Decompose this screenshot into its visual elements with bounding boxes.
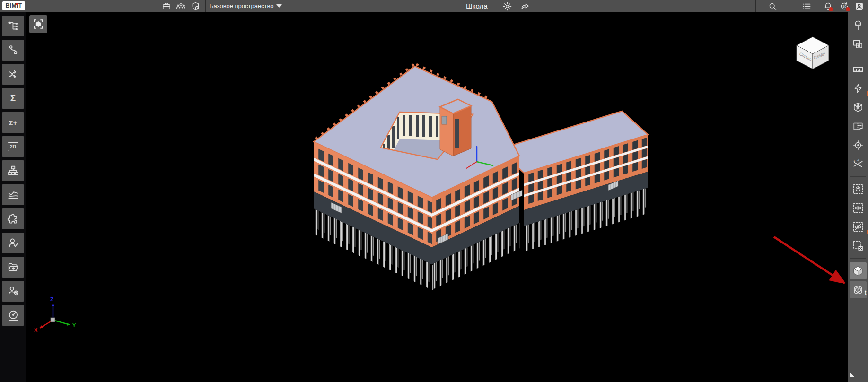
select-region-button[interactable]: [29, 15, 47, 33]
axis-x-label: X: [34, 327, 38, 333]
stair-tower: [440, 99, 471, 156]
right-toolbar: 1 2: [848, 12, 868, 382]
model-tree-button[interactable]: [2, 16, 24, 36]
settings-gear-icon[interactable]: [501, 0, 513, 12]
app-logo-text: BiMiT: [5, 2, 22, 9]
dashboard-gauge-button[interactable]: [2, 305, 24, 326]
user-approve-button[interactable]: [2, 233, 24, 253]
select-region-icon: [32, 18, 44, 30]
sum-button[interactable]: Σ: [2, 88, 24, 109]
bimit-app: { "top_bar": { "logo": "BiMiT", "workspa…: [0, 0, 868, 382]
analytics-trends-button[interactable]: [2, 184, 24, 205]
toolbar-separator: [850, 57, 866, 57]
logo-accent-dot: [16, 3, 18, 5]
axis-label-2: 2: [857, 158, 859, 161]
left-toolbar: Σ Σ+ 2D: [0, 12, 26, 382]
tooltip-fragment: t: [865, 289, 866, 296]
hierarchy-button[interactable]: [2, 160, 24, 181]
history-badge: [846, 7, 850, 11]
building-model[interactable]: [314, 64, 649, 294]
folder-import-button[interactable]: [2, 257, 24, 278]
orbit-mode-button[interactable]: [850, 281, 867, 298]
section-cube-button[interactable]: [850, 99, 867, 116]
top-bar: BiMiT Базовое пространство Школа 10: [0, 0, 868, 12]
relations-branch-button[interactable]: [2, 40, 24, 61]
top-bar-separator-right: [755, 0, 756, 12]
show-eye-button[interactable]: [850, 200, 867, 217]
project-title: Школа: [466, 0, 488, 12]
account-avatar-icon[interactable]: [853, 0, 865, 12]
axes-grid-button[interactable]: 1 2: [850, 156, 867, 173]
structure-tree-button[interactable]: [850, 17, 867, 34]
view-cube-button[interactable]: [850, 262, 867, 279]
history-refresh-icon[interactable]: 10: [839, 0, 850, 12]
toolbar-separator: [850, 176, 866, 177]
viewport-3d[interactable]: Справа Сзади Z X Y: [0, 0, 868, 382]
hide-eye-button[interactable]: [850, 218, 867, 235]
share-icon[interactable]: [519, 0, 531, 12]
user-location-button[interactable]: [2, 281, 24, 302]
plugins-puzzle-button[interactable]: [2, 208, 24, 229]
measure-ruler-button[interactable]: [850, 61, 867, 78]
annotation-arrow: [774, 237, 845, 283]
toolbar-separator: [850, 258, 866, 259]
sigma-plus-glyph: Σ+: [9, 119, 18, 127]
resize-handle[interactable]: [850, 372, 855, 377]
clear-selection-button[interactable]: [850, 237, 867, 254]
workspace-dropdown-label[interactable]: Базовое пространство: [210, 0, 274, 12]
chevron-down-icon[interactable]: [276, 4, 282, 8]
floor-plan-button[interactable]: [850, 118, 867, 135]
focus-target-button[interactable]: [850, 137, 867, 154]
history-count: 10: [842, 5, 846, 8]
shuffle-button[interactable]: [2, 64, 24, 85]
select-object-button[interactable]: [850, 36, 867, 53]
sigma-glyph: Σ: [10, 93, 16, 104]
axis-label-1: 1: [853, 159, 855, 162]
notifications-bell-icon[interactable]: [822, 0, 833, 12]
app-logo[interactable]: BiMiT: [2, 1, 25, 10]
top-bar-separator: [205, 0, 206, 12]
view-2d-button[interactable]: 2D: [2, 136, 24, 157]
view-cube[interactable]: Справа Сзади: [797, 37, 829, 69]
menu-list-icon[interactable]: [801, 0, 812, 12]
axis-y-label: Y: [72, 322, 76, 328]
axis-z-label: Z: [50, 296, 53, 302]
sum-add-button[interactable]: Σ+: [2, 112, 24, 133]
clash-flash-button[interactable]: [850, 80, 867, 97]
briefcase-icon[interactable]: [161, 0, 172, 12]
shield-clock-icon[interactable]: [190, 0, 201, 12]
selection-cube-button[interactable]: [850, 181, 867, 198]
notification-badge: [829, 7, 833, 11]
search-icon[interactable]: [767, 0, 778, 12]
2d-glyph: 2D: [8, 142, 18, 151]
axis-triad: Z X Y: [34, 296, 76, 333]
team-icon[interactable]: [175, 0, 186, 12]
